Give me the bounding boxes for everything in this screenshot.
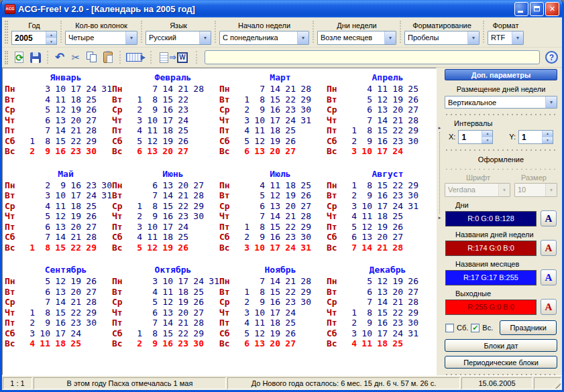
font-color-button[interactable]: A — [541, 299, 557, 315]
refresh-button[interactable]: ⟳ — [11, 50, 27, 65]
font-color-button[interactable]: A — [541, 269, 557, 285]
spin-up-icon[interactable]: ▲ — [543, 131, 553, 137]
splitter-arrow-icon[interactable]: ▸ — [439, 125, 441, 131]
chevron-down-icon[interactable]: ▾ — [297, 31, 308, 44]
day-cell: 16 — [158, 105, 173, 115]
day-cell: 23 — [66, 318, 81, 328]
periodic-blocks-button[interactable]: Периодические блоки — [445, 356, 557, 369]
day-of-week-label: Вс — [219, 338, 234, 349]
splitter-arrow-icon[interactable]: ▸ — [439, 215, 441, 220]
formatting-combo[interactable]: Пробелы ▾ — [404, 31, 480, 45]
day-row: Вт18152229 — [219, 287, 327, 298]
color-swatch[interactable]: R:174 G:0 B:0 — [445, 241, 537, 256]
chevron-down-icon[interactable]: ▾ — [199, 31, 211, 44]
chevron-down-icon[interactable]: ▾ — [125, 31, 137, 44]
day-cell: 26 — [403, 276, 418, 287]
day-cell: 13 — [249, 146, 265, 157]
day-cell: 20 — [265, 146, 280, 157]
day-row: Пн7142128 — [219, 84, 327, 94]
day-cell: 23 — [280, 232, 296, 243]
day-cell: 24 — [66, 328, 81, 339]
format-combo[interactable]: RTF ▾ — [488, 31, 524, 45]
help-button[interactable]: ? — [545, 51, 558, 64]
chevron-down-icon[interactable]: ▾ — [545, 96, 557, 108]
day-row: Вс6132027 — [219, 146, 327, 157]
panel-splitter[interactable]: ▸ ▸ — [437, 68, 443, 375]
day-cell — [296, 328, 311, 339]
day-cell: 21 — [388, 115, 403, 126]
spin-down-icon[interactable]: ▼ — [46, 38, 56, 44]
size-label: Размер — [512, 174, 556, 182]
day-of-week-label: Пн — [219, 276, 234, 287]
day-cell: 2 — [35, 180, 50, 191]
cut-button[interactable]: ✂ — [68, 50, 84, 65]
spin-down-icon[interactable]: ▼ — [482, 137, 492, 143]
close-button[interactable]: ✕ — [545, 2, 559, 16]
save-button[interactable] — [27, 50, 44, 65]
day-cell: 24 — [388, 146, 403, 157]
day-cell: 8 — [142, 94, 158, 105]
day-cell — [296, 136, 311, 147]
y-spinner[interactable]: 1 ▲ ▼ — [518, 130, 553, 144]
toolbar-separator — [215, 21, 216, 43]
resize-grip[interactable] — [552, 380, 561, 389]
day-of-week-label: Пт — [5, 125, 19, 136]
day-row: Пн310172431 — [5, 84, 112, 94]
day-cell: 27 — [280, 146, 296, 157]
chevron-down-icon[interactable]: ▾ — [384, 31, 396, 44]
day-cell: 8 — [142, 201, 158, 212]
spin-up-icon[interactable]: ▲ — [482, 131, 492, 137]
saturday-checkbox[interactable] — [445, 324, 454, 332]
toolbar-gripper[interactable] — [5, 21, 8, 44]
day-cell: 3 — [127, 222, 142, 233]
x-spinner[interactable]: 1 ▲ ▼ — [458, 130, 493, 144]
week-start-combo[interactable]: С понедельника ▾ — [219, 31, 309, 45]
placement-combo[interactable]: Вертикальное ▾ — [445, 96, 557, 109]
undo-button[interactable]: ↶ — [52, 50, 68, 65]
design-label: Оформление — [445, 155, 557, 164]
copy-button[interactable] — [84, 50, 100, 65]
day-cell — [204, 232, 219, 243]
day-cell: 26 — [173, 136, 188, 147]
intervals-button[interactable] — [124, 50, 147, 65]
command-input[interactable] — [205, 50, 540, 64]
columns-combo[interactable]: Четыре ▾ — [65, 31, 137, 45]
spin-down-icon[interactable]: ▼ — [543, 137, 553, 143]
font-color-button[interactable]: A — [541, 210, 557, 226]
day-of-week-label: Вт — [327, 190, 341, 201]
refresh-icon: ⟳ — [15, 53, 23, 62]
day-cell: 18 — [265, 125, 280, 136]
date-blocks-button[interactable]: Блоки дат — [445, 339, 557, 352]
day-of-week-label: Ср — [5, 201, 19, 212]
sunday-checkbox[interactable]: ✔ — [471, 324, 480, 332]
spin-up-icon[interactable]: ▲ — [46, 31, 56, 38]
year-spinner[interactable]: 2005 ▲ ▼ — [11, 31, 57, 45]
weekdays-combo[interactable]: Возле месяцев ▾ — [317, 31, 396, 45]
day-cell: 19 — [265, 328, 280, 339]
day-of-week-label: Пт — [112, 318, 127, 328]
color-swatch[interactable]: R:255 G:0 B:0 — [445, 300, 537, 315]
day-cell: 19 — [66, 105, 81, 115]
color-swatch[interactable]: R:17 G:17 B:255 — [445, 270, 537, 285]
color-swatch[interactable]: R:0 G:0 B:128 — [445, 211, 537, 226]
day-cell — [19, 222, 35, 233]
holidays-button[interactable]: Праздники — [500, 320, 557, 335]
day-cell: 10 — [249, 308, 265, 318]
day-of-week-label: Чт — [5, 211, 19, 222]
day-cell: 24 — [280, 308, 296, 318]
options-toolbar: Год 2005 ▲ ▼ Кол-во колонок Четыре ▾ Язы… — [2, 17, 562, 48]
chevron-down-icon[interactable]: ▾ — [512, 31, 523, 44]
maximize-button[interactable] — [530, 2, 544, 16]
day-row: Чт310172431 — [219, 115, 327, 126]
language-combo[interactable]: Русский ▾ — [146, 31, 211, 45]
toolbar-gripper[interactable] — [5, 51, 8, 64]
paste-button[interactable] — [100, 50, 116, 65]
day-cell: 4 — [234, 318, 249, 328]
export-word-button[interactable]: ⇒ W — [155, 50, 192, 65]
minimize-button[interactable] — [514, 2, 528, 16]
font-color-button[interactable]: A — [541, 240, 557, 256]
month-block: ОктябрьПн310172431Вт4111825Ср5121926Чт61… — [112, 264, 219, 349]
day-row: Ср29162330 — [219, 105, 327, 115]
day-cell — [19, 84, 35, 94]
chevron-down-icon[interactable]: ▾ — [467, 31, 479, 44]
